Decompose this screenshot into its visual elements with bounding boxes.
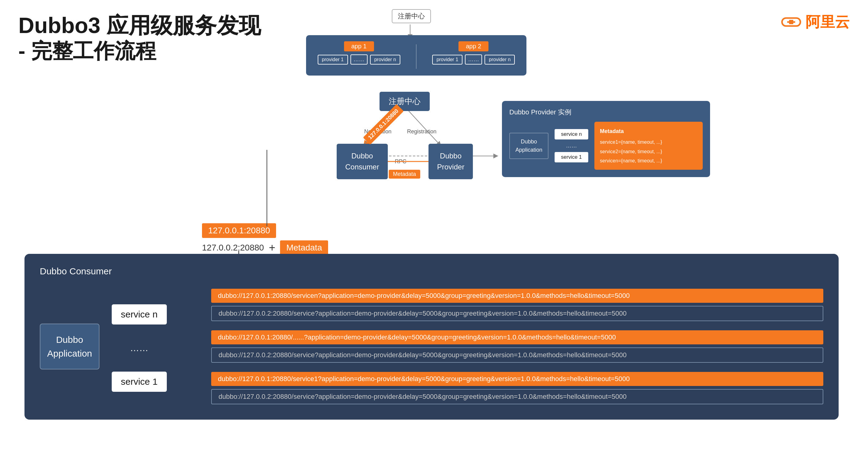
registry-top-box: 注册中心 (392, 9, 431, 23)
address-block: 127.0.0.1:20880 127.0.0.2:20880 + Metada… (202, 223, 328, 255)
consumer-panel-body: DubboApplication service n …… service 1 … (40, 289, 823, 404)
url-orange-1: dubbo://127.0.0.1:20880/servicen?applica… (211, 289, 823, 303)
group-divider (416, 44, 416, 69)
provider1-right-box: provider 1 (432, 55, 462, 65)
url-orange-2: dubbo://127.0.0.1:20880/......?applicati… (211, 330, 823, 344)
dots-box-2: …… (465, 55, 482, 65)
registry-mid-box: 注册中心 (379, 92, 430, 111)
service-1-bottom: service 1 (112, 372, 167, 392)
page: Dubbo3 应用级服务发现 - 完整工作流程 阿里云 注册中心 (0, 0, 868, 471)
title-block: Dubbo3 应用级服务发现 - 完整工作流程 (18, 12, 261, 64)
service-n-item: service n (555, 129, 588, 139)
plus-sign: + (269, 241, 275, 254)
url-white-1: dubbo://127.0.0.2:20880/service?applicat… (211, 306, 823, 321)
provider-instance-title: Dubbo Provider 实例 (509, 108, 703, 117)
url-white-3: dubbo://127.0.0.2:20880/service?applicat… (211, 389, 823, 404)
provider1-box: provider 1 (318, 55, 348, 65)
aliyun-brand-icon (780, 14, 802, 30)
url-group-1: dubbo://127.0.0.1:20880/servicen?applica… (211, 289, 823, 321)
metadata-panel-title: Metadata (600, 126, 697, 136)
app1-badge: app 1 (344, 41, 374, 52)
dots-box-1: …… (350, 55, 368, 65)
dots-item: …… (555, 142, 588, 149)
metadata-badge: Metadata (280, 240, 328, 255)
dubbo-app-mini-box: DubboApplication (509, 133, 549, 159)
dots-bottom: …… (112, 343, 167, 353)
consumer-left-section: DubboApplication service n …… service 1 (40, 301, 187, 392)
app2-group: app 2 provider 1 …… provider n (432, 41, 515, 65)
consumer-panel: Dubbo Consumer DubboApplication service … (25, 254, 839, 419)
consumer-panel-title: Dubbo Consumer (40, 266, 823, 276)
dubbo-consumer-box: DubboConsumer (337, 144, 388, 179)
middle-diagram: 注册中心 127.0.0.1:20880 Notification Regist… (245, 92, 735, 220)
service-1-item: service 1 (555, 152, 588, 162)
url-groups: dubbo://127.0.0.1:20880/servicen?applica… (211, 289, 823, 404)
svg-line-8 (407, 109, 439, 144)
metadata-line-3: servicen={name, timeout, ...} (600, 156, 697, 165)
url-group-2: dubbo://127.0.0.1:20880/......?applicati… (211, 330, 823, 363)
ip2-gray: 127.0.0.2:20880 (202, 243, 264, 253)
metadata-line-2: service2={name, timeout, ...} (600, 147, 697, 156)
app-groups-box: app 1 provider 1 …… provider n app 2 pro… (306, 35, 526, 75)
metadata-line-1: service1={name, timeout, ...} (600, 138, 697, 147)
top-diagram: 注册中心 app 1 provider 1 (306, 9, 526, 89)
url-white-2: dubbo://127.0.0.2:20880/service?applicat… (211, 347, 823, 363)
dubbo-provider-box: DubboProvider (429, 144, 473, 179)
services-column: service n …… service 1 (112, 301, 167, 392)
app1-group: app 1 provider 1 …… provider n (318, 41, 400, 65)
provider-n-left-box: provider n (370, 55, 400, 65)
provider-instance-panel: Dubbo Provider 实例 DubboApplication servi… (502, 101, 710, 177)
url-group-3: dubbo://127.0.0.1:20880/service1?applica… (211, 372, 823, 404)
aliyun-text: 阿里云 (806, 12, 850, 32)
title-line2: - 完整工作流程 (18, 38, 261, 64)
title-line1: Dubbo3 应用级服务发现 (18, 12, 261, 38)
ip1-orange: 127.0.0.1:20880 (202, 223, 276, 238)
service-list: service n …… service 1 (555, 129, 588, 162)
registration-label: Registration (407, 129, 436, 135)
metadata-panel: Metadata service1={name, timeout, ...} s… (594, 122, 703, 170)
aliyun-logo: 阿里云 (780, 12, 850, 32)
app2-badge: app 2 (459, 41, 489, 52)
provider-n-right-box: provider n (485, 55, 515, 65)
service-n-bottom: service n (112, 304, 167, 325)
svg-rect-3 (789, 20, 793, 24)
dubbo-app-bottom-box: DubboApplication (40, 324, 99, 369)
url-orange-3: dubbo://127.0.0.1:20880/service1?applica… (211, 372, 823, 386)
rpc-label: RPC (395, 159, 406, 165)
metadata-label: Metadata (389, 170, 420, 179)
